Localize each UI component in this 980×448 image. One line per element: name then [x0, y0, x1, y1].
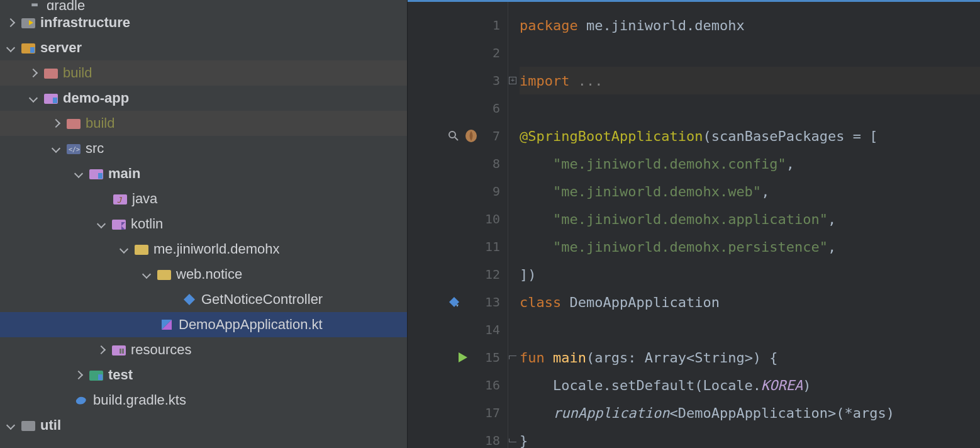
- code-text: [520, 239, 553, 255]
- chevron-right-icon[interactable]: [29, 69, 38, 77]
- chevron-down-icon[interactable]: [120, 245, 128, 254]
- line-number: 17: [474, 405, 500, 420]
- code-editor[interactable]: 1 2 3 6 7 8 9 10 11 12 13 14: [408, 0, 980, 448]
- module-folder-icon: [21, 16, 35, 29]
- tree-item-demo-app[interactable]: demo-app: [0, 86, 407, 111]
- line-number: 18: [474, 433, 500, 448]
- chevron-down-icon[interactable]: [97, 220, 106, 228]
- tree-label: test: [108, 367, 133, 383]
- tree-item-java[interactable]: J java: [0, 186, 407, 211]
- code-text: @SpringBootApplication: [520, 128, 703, 144]
- tree-label: util: [40, 417, 61, 434]
- svg-rect-25: [98, 374, 103, 380]
- chevron-down-icon[interactable]: [6, 43, 15, 52]
- tree-item-test[interactable]: test: [0, 362, 407, 388]
- svg-rect-7: [67, 119, 81, 129]
- code-text: Locale.setDefault(Locale.: [520, 378, 761, 393]
- tree-item-app-kt[interactable]: DemoAppApplication.kt: [0, 312, 407, 337]
- tree-item-src[interactable]: </> src: [0, 136, 407, 161]
- tree-item-demoapp-build[interactable]: build: [0, 111, 407, 136]
- code-text: <DemoAppApplication>(*args): [669, 405, 894, 421]
- tree-item-server[interactable]: server: [0, 35, 407, 60]
- tree-label: server: [40, 40, 82, 56]
- gradle-icon: [74, 394, 88, 406]
- kotlin-folder-icon: [112, 218, 126, 230]
- fold-column[interactable]: +: [508, 0, 517, 448]
- editor-gutter[interactable]: 1 2 3 6 7 8 9 10 11 12 13 14: [408, 0, 508, 448]
- excluded-folder-icon: [67, 117, 81, 130]
- resources-folder-icon: [112, 344, 126, 356]
- tree-item-web-notice[interactable]: web.notice: [0, 262, 407, 287]
- tree-item-server-build[interactable]: build: [0, 60, 407, 86]
- run-icon[interactable]: [457, 351, 469, 364]
- line-number: 9: [474, 184, 500, 199]
- tree-item-kotlin[interactable]: kotlin: [0, 211, 407, 237]
- svg-rect-6: [53, 98, 57, 103]
- tree-item-package[interactable]: me.jiniworld.demohx: [0, 237, 407, 262]
- search-icon[interactable]: [448, 130, 459, 142]
- line-number: 16: [474, 378, 500, 393]
- svg-rect-16: [135, 245, 148, 255]
- tree-item-util[interactable]: util: [0, 413, 407, 438]
- svg-rect-14: [112, 220, 126, 230]
- code-text: me.jiniworld.demohx: [578, 18, 745, 33]
- chevron-down-icon[interactable]: [142, 270, 151, 279]
- code-text: (args: Array<String>) {: [586, 350, 778, 366]
- chevron-down-icon[interactable]: [29, 94, 38, 103]
- svg-text:</>: </>: [69, 146, 80, 153]
- code-text: [520, 211, 553, 227]
- chevron-down-icon[interactable]: [52, 144, 60, 153]
- line-number: 8: [474, 156, 500, 171]
- fold-expand-icon[interactable]: +: [509, 77, 516, 84]
- svg-rect-3: [30, 47, 35, 53]
- class-icon: [182, 293, 196, 306]
- chevron-right-icon[interactable]: [74, 371, 83, 379]
- tree-label: demo-app: [63, 90, 129, 106]
- tree-item-main[interactable]: main: [0, 161, 407, 186]
- project-tree[interactable]: ▬ gradle infrastructure server build dem…: [0, 0, 408, 448]
- fold-end-icon[interactable]: [509, 439, 516, 442]
- code-text: class: [520, 294, 561, 310]
- tree-label: main: [108, 165, 140, 182]
- chevron-right-icon[interactable]: [97, 345, 106, 354]
- chevron-down-icon[interactable]: [6, 421, 15, 430]
- svg-rect-17: [157, 270, 171, 280]
- tree-item-resources[interactable]: resources: [0, 337, 407, 362]
- code-text: runApplication: [553, 405, 669, 421]
- code-text: ]): [520, 267, 537, 283]
- svg-rect-0: [21, 18, 35, 28]
- svg-rect-4: [44, 69, 58, 79]
- line-number: 3: [474, 73, 500, 88]
- svg-rect-26: [21, 421, 35, 431]
- spring-bean-icon[interactable]: [464, 129, 478, 143]
- tree-label: gradle: [47, 0, 85, 10]
- code-text: ,: [786, 156, 794, 172]
- fold-start-icon[interactable]: [509, 356, 516, 359]
- tree-item-gradle[interactable]: ▬ gradle: [0, 0, 407, 10]
- code-area[interactable]: package me.jiniworld.demohx import ... @…: [517, 0, 980, 448]
- tree-item-infrastructure[interactable]: infrastructure: [0, 10, 407, 35]
- code-text: ...: [569, 73, 603, 89]
- tree-label: build.gradle.kts: [93, 392, 186, 408]
- folder-icon: ▬: [28, 0, 42, 10]
- chevron-right-icon[interactable]: [6, 18, 15, 27]
- module-folder-icon: [21, 42, 35, 54]
- code-text: "me.jiniworld.demohx.persistence": [553, 239, 828, 255]
- tree-item-build-gradle[interactable]: build.gradle.kts: [0, 388, 407, 413]
- module-folder-icon: [44, 92, 58, 104]
- code-text: main: [553, 350, 586, 366]
- svg-line-28: [455, 137, 458, 140]
- chevron-down-icon[interactable]: [74, 169, 83, 178]
- navigate-bean-icon[interactable]: [448, 296, 460, 308]
- java-folder-icon: J: [113, 193, 127, 205]
- package-icon: [135, 243, 148, 255]
- source-folder-icon: </>: [67, 142, 81, 155]
- excluded-folder-icon: [44, 67, 58, 79]
- tree-item-controller[interactable]: GetNoticeController: [0, 287, 407, 312]
- code-text: package: [520, 18, 578, 33]
- line-number: 15: [474, 350, 500, 365]
- code-text: [520, 156, 553, 172]
- chevron-right-icon[interactable]: [52, 119, 60, 128]
- tree-label: DemoAppApplication.kt: [179, 316, 323, 333]
- tree-label: kotlin: [131, 216, 163, 232]
